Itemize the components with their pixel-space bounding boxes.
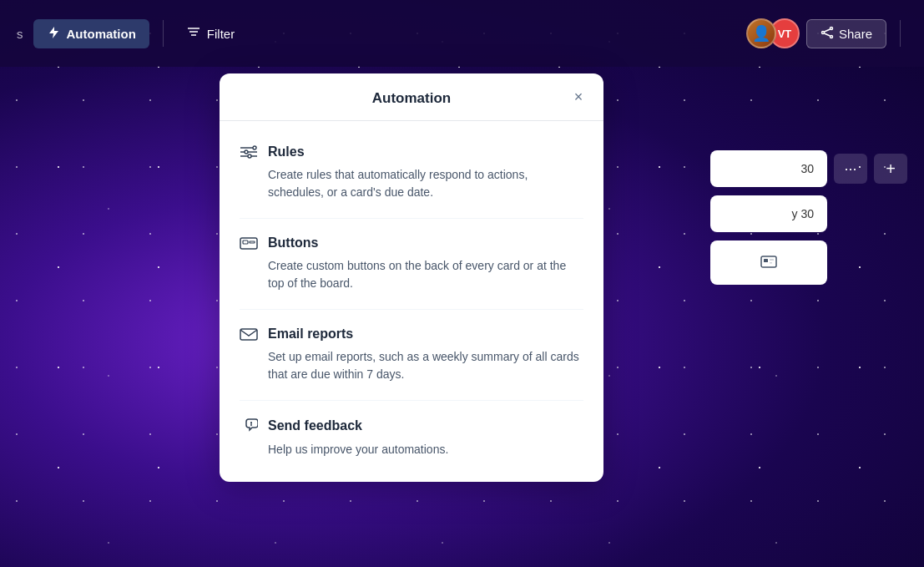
more-button[interactable]: ··· xyxy=(834,154,867,184)
svg-point-5 xyxy=(830,35,832,38)
email-reports-label: Email reports xyxy=(268,327,353,342)
right-cards-area: 30 ··· + y 30 xyxy=(710,150,907,285)
svg-point-18 xyxy=(248,154,251,158)
automation-button-label: Automation xyxy=(67,27,136,41)
svg-point-16 xyxy=(253,146,256,149)
svg-rect-21 xyxy=(243,240,248,244)
share-button[interactable]: Share xyxy=(806,19,886,48)
svg-rect-11 xyxy=(770,262,772,264)
svg-rect-22 xyxy=(250,241,255,243)
rules-icon xyxy=(240,144,258,159)
buttons-label: Buttons xyxy=(268,235,318,251)
svg-rect-9 xyxy=(764,259,768,262)
card-3-icon xyxy=(760,252,778,273)
topbar-divider xyxy=(163,20,164,47)
rules-label: Rules xyxy=(268,144,305,159)
buttons-menu-item[interactable]: Buttons Create custom buttons on the bac… xyxy=(240,219,583,310)
email-reports-header: Email reports xyxy=(240,327,583,342)
automation-modal: Automation × xyxy=(220,73,603,482)
buttons-description: Create custom buttons on the back of eve… xyxy=(240,257,583,292)
email-reports-description: Set up email reports, such as a weekly s… xyxy=(240,348,583,383)
email-reports-menu-item[interactable]: Email reports Set up email reports, such… xyxy=(240,310,583,401)
buttons-header: Buttons xyxy=(240,235,583,251)
automation-button[interactable]: Automation xyxy=(33,19,149,48)
modal-header: Automation × xyxy=(220,73,603,121)
buttons-icon xyxy=(240,235,258,251)
send-feedback-label: Send feedback xyxy=(268,418,362,433)
card-2-text: y 30 xyxy=(792,207,814,220)
send-feedback-description: Help us improve your automations. xyxy=(240,441,583,458)
card-1-text: 30 xyxy=(800,162,814,175)
share-button-label: Share xyxy=(839,27,872,41)
card-1: 30 xyxy=(710,150,827,187)
filter-icon xyxy=(187,26,200,41)
lightning-icon xyxy=(47,26,60,42)
modal-title: Automation xyxy=(372,90,451,107)
share-icon xyxy=(820,26,834,42)
rules-header: Rules xyxy=(240,144,583,159)
modal-body: Rules Create rules that automatically re… xyxy=(220,121,603,482)
feedback-icon xyxy=(240,418,258,434)
svg-point-3 xyxy=(830,27,832,29)
card-3 xyxy=(710,240,827,285)
svg-line-6 xyxy=(824,29,830,32)
send-feedback-header: Send feedback xyxy=(240,418,583,434)
email-icon xyxy=(240,327,258,342)
rules-description: Create rules that automatically respond … xyxy=(240,166,583,201)
close-icon: × xyxy=(574,89,583,106)
svg-rect-23 xyxy=(240,329,257,340)
svg-point-4 xyxy=(821,31,824,33)
svg-point-13 xyxy=(245,150,248,154)
topbar-right-divider xyxy=(900,20,901,47)
filter-button[interactable]: Filter xyxy=(177,19,245,48)
avatar-group: VT xyxy=(746,18,800,48)
modal-close-button[interactable]: × xyxy=(567,85,590,109)
send-feedback-menu-item[interactable]: Send feedback Help us improve your autom… xyxy=(240,401,583,462)
svg-rect-10 xyxy=(770,259,774,261)
svg-rect-8 xyxy=(761,256,776,267)
card-2: y 30 xyxy=(710,195,827,232)
add-button[interactable]: + xyxy=(874,154,907,184)
rules-menu-item[interactable]: Rules Create rules that automatically re… xyxy=(240,128,583,219)
filter-button-label: Filter xyxy=(207,27,235,41)
topbar: s Automation Filter VT Share xyxy=(0,0,924,67)
topbar-left-label: s xyxy=(17,27,23,41)
avatar-photo xyxy=(746,18,776,48)
svg-line-7 xyxy=(824,33,830,36)
topbar-right: VT Share xyxy=(746,18,907,48)
